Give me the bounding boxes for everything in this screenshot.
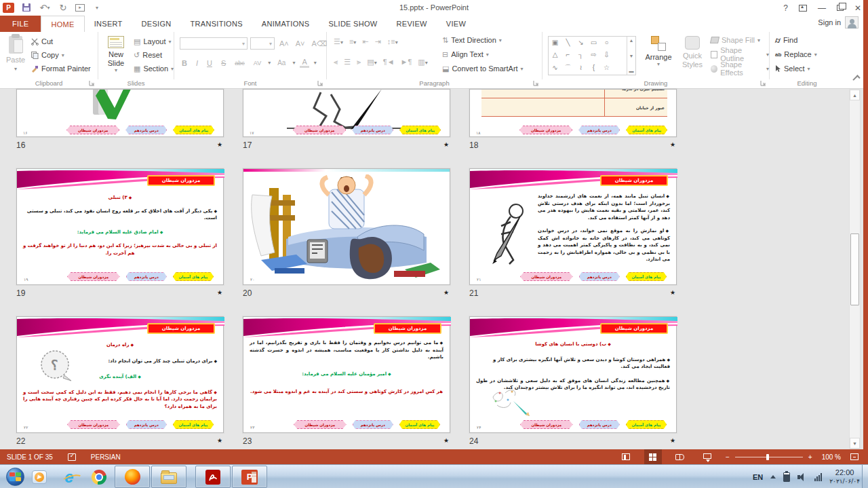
badge-topic[interactable]: مزدوران شیطان: [294, 420, 347, 429]
badge-topic[interactable]: مزدوران شیطان: [520, 272, 573, 281]
slide-23-thumbnail[interactable]: مزدوران شیطان ◆ما می توانیم درس نخوانیم …: [243, 316, 450, 433]
center-button[interactable]: ☰: [344, 58, 351, 67]
file-explorer-taskbar-button[interactable]: [151, 466, 186, 488]
tab-home[interactable]: HOME: [41, 16, 84, 32]
badge-topic[interactable]: مزدوران شیطان: [67, 272, 120, 281]
badge-book[interactable]: پیام های آسمان: [626, 420, 667, 429]
replace-button[interactable]: abReplace▾: [775, 48, 817, 60]
zoom-slider[interactable]: − +: [726, 453, 812, 461]
slide-17-thumbnail[interactable]: مزدوران شیطان درس پانزدهم پیام های آسمان…: [243, 89, 450, 137]
help-button[interactable]: ?: [783, 3, 788, 13]
badge-lesson[interactable]: درس پانزدهم: [126, 420, 167, 429]
text-shadow-button[interactable]: abc: [233, 60, 247, 67]
badge-topic[interactable]: مزدوران شیطان: [66, 126, 119, 134]
zoom-in-button[interactable]: +: [808, 453, 812, 461]
cut-button[interactable]: Cut: [31, 35, 91, 48]
zoom-level[interactable]: 100 %: [822, 453, 841, 461]
tab-design[interactable]: DESIGN: [132, 16, 181, 32]
badge-topic[interactable]: مزدوران شیطان: [519, 126, 572, 134]
drawing-dialog-launcher[interactable]: [760, 80, 767, 87]
paste-button[interactable]: Paste▾: [3, 32, 28, 72]
minimize-button[interactable]: —: [818, 3, 826, 13]
zoom-out-button[interactable]: −: [726, 453, 730, 461]
taskbar-clock[interactable]: 22:00 ۲۰۲۱/۰۶/۰۴: [829, 468, 860, 485]
clipboard-dialog-launcher[interactable]: [89, 80, 96, 87]
badge-book[interactable]: پیام های آسمان: [399, 126, 441, 134]
font-color-button[interactable]: A: [300, 58, 309, 68]
slide-19-thumbnail[interactable]: مزدوران شیطان ◆۳) تنبلی ◆یکی دیگر از آفت…: [16, 168, 224, 285]
restore-button[interactable]: [837, 5, 844, 11]
new-slide-button[interactable]: New Slide▾: [101, 32, 131, 73]
powerpoint-taskbar-button[interactable]: P: [232, 466, 267, 488]
badge-lesson[interactable]: درس پانزدهم: [579, 272, 620, 281]
paragraph-dialog-launcher[interactable]: [533, 80, 540, 87]
badge-book[interactable]: پیام های آسمان: [173, 420, 214, 429]
justify-button[interactable]: ▤▾: [367, 58, 376, 67]
slide-16-thumbnail[interactable]: مزدوران شیطان درس پانزدهم پیام های آسمان…: [16, 89, 224, 137]
badge-topic[interactable]: مزدوران شیطان: [67, 420, 120, 429]
font-name-combobox[interactable]: ▾: [180, 37, 248, 50]
decrease-indent-button[interactable]: ⇤: [362, 37, 368, 46]
layout-button[interactable]: ▤Layout▾: [134, 35, 174, 48]
font-dialog-launcher[interactable]: [317, 80, 324, 87]
shape-effects-button[interactable]: Shape Effects▾: [711, 62, 769, 75]
firefox-taskbar-button[interactable]: [115, 466, 150, 488]
tab-view[interactable]: VIEW: [437, 16, 475, 32]
scroll-down-button[interactable]: ▼: [850, 438, 860, 449]
increase-indent-button[interactable]: ⇥: [375, 37, 381, 46]
shrink-font-button[interactable]: A˅: [294, 39, 307, 48]
badge-lesson[interactable]: درس پانزدهم: [352, 126, 393, 134]
badge-topic[interactable]: مزدوران شیطان: [293, 126, 346, 134]
underline-button[interactable]: U: [205, 59, 214, 67]
line-spacing-button[interactable]: ↕≡▾: [387, 37, 398, 46]
shape-outline-button[interactable]: Shape Outline▾: [711, 48, 769, 60]
convert-smartart-button[interactable]: ⬓Convert to SmartArt▾: [442, 62, 524, 75]
slide-20-thumbnail[interactable]: ۲۰: [243, 168, 450, 285]
slide-24-thumbnail[interactable]: مزدوران شیطان ◆ب) دوستی با انسان های کوش…: [469, 316, 677, 433]
badge-lesson[interactable]: درس پانزدهم: [353, 420, 393, 429]
change-case-button[interactable]: Aa: [275, 59, 288, 67]
fit-slide-to-window-button[interactable]: [850, 453, 859, 460]
slide-22-thumbnail[interactable]: مزدوران شیطان ؟ ◆راه درمان ◆برای درمان ت…: [16, 316, 224, 433]
tab-transitions[interactable]: TRANSITIONS: [181, 16, 252, 32]
vertical-scrollbar[interactable]: ▲ ▼: [849, 89, 861, 449]
shape-fill-button[interactable]: Shape Fill▾: [711, 34, 769, 46]
tab-file[interactable]: FILE: [0, 16, 41, 32]
network-signal-icon[interactable]: [814, 473, 822, 481]
language-tray-indicator[interactable]: EN: [753, 473, 763, 481]
sign-in-area[interactable]: Sign in: [818, 16, 859, 29]
rtl-direction-button[interactable]: ►¶: [401, 58, 412, 67]
badge-lesson[interactable]: درس پانزدهم: [579, 420, 620, 429]
numbering-button[interactable]: ≡▾: [349, 37, 356, 46]
show-desktop-button[interactable]: [862, 465, 868, 488]
reading-view-button[interactable]: [671, 449, 689, 464]
text-direction-button[interactable]: ⇅Text Direction▾: [442, 34, 524, 46]
language-indicator[interactable]: PERSIAN: [91, 453, 121, 461]
slide-18-thumbnail[interactable]: تصمیم گیری در کارها عبور از خیابان مزدور…: [469, 89, 677, 137]
battery-icon[interactable]: [783, 472, 790, 482]
ribbon-display-options-button[interactable]: [799, 5, 807, 12]
character-spacing-button[interactable]: AV: [252, 60, 263, 67]
find-button[interactable]: ⌭Find: [775, 34, 817, 46]
slide-sorter-view-button[interactable]: [644, 449, 662, 464]
badge-lesson[interactable]: درس پانزدهم: [578, 126, 620, 134]
speaker-icon[interactable]: [797, 473, 807, 481]
shapes-gallery[interactable]: ▣╲↘▭○ △⌐┐⇨⇩ ∿⌒≀{☆ ▲▼▬: [548, 36, 636, 75]
align-right-button[interactable]: ⫸: [357, 58, 361, 67]
tab-review[interactable]: REVIEW: [387, 16, 437, 32]
quick-styles-button[interactable]: Quick Styles: [677, 32, 708, 69]
font-size-combobox[interactable]: ▾: [250, 37, 275, 50]
badge-book[interactable]: پیام های آسمان: [626, 272, 667, 281]
slide-sorter-area[interactable]: مزدوران شیطان درس پانزدهم پیام های آسمان…: [0, 89, 868, 449]
section-button[interactable]: ▦Section▾: [134, 62, 174, 75]
bold-button[interactable]: B: [180, 59, 189, 67]
slideshow-view-button[interactable]: [698, 449, 716, 464]
media-player-icon[interactable]: ▶: [24, 465, 54, 488]
badge-topic[interactable]: مزدوران شیطان: [520, 420, 573, 429]
format-painter-button[interactable]: Format Painter: [31, 62, 91, 75]
copy-button[interactable]: Copy▾: [31, 49, 91, 61]
ltr-direction-button[interactable]: ¶◄: [383, 58, 395, 67]
italic-button[interactable]: I: [194, 59, 200, 67]
collapse-ribbon-button[interactable]: [852, 75, 860, 82]
normal-view-button[interactable]: [617, 449, 635, 464]
